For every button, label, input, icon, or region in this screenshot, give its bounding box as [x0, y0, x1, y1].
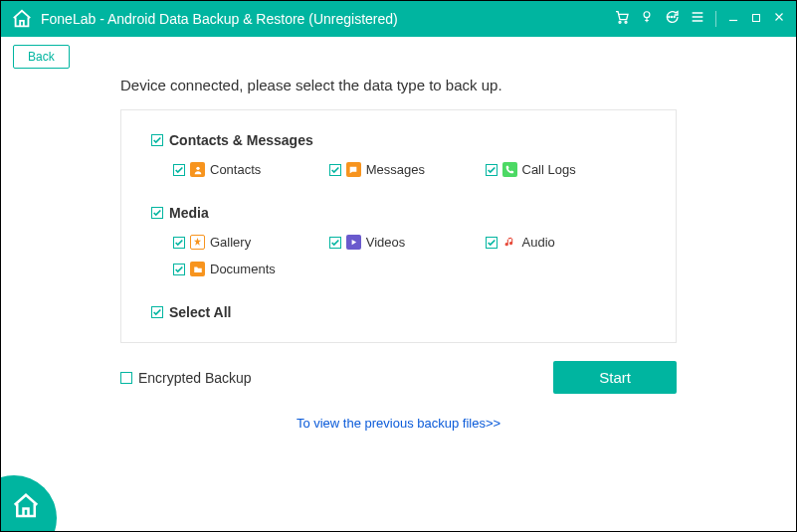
- select-all-label: Select All: [169, 304, 232, 320]
- checkbox-contacts-messages[interactable]: [151, 134, 163, 146]
- item-gallery[interactable]: Gallery: [173, 235, 329, 250]
- checkbox-videos[interactable]: [329, 237, 341, 249]
- svg-point-5: [674, 16, 675, 17]
- menu-icon[interactable]: [690, 9, 705, 29]
- svg-rect-6: [753, 15, 760, 22]
- group-label: Contacts & Messages: [169, 132, 313, 148]
- home-icon[interactable]: [11, 8, 33, 30]
- checkbox-audio[interactable]: [486, 237, 498, 249]
- item-label: Audio: [522, 235, 555, 250]
- group-media[interactable]: Media: [151, 205, 646, 221]
- checkbox-select-all[interactable]: [151, 306, 163, 318]
- item-videos[interactable]: Videos: [329, 235, 486, 250]
- checkbox-messages[interactable]: [329, 164, 341, 176]
- group-contacts-messages[interactable]: Contacts & Messages: [151, 132, 646, 148]
- checkbox-contacts[interactable]: [173, 164, 185, 176]
- cart-icon[interactable]: [614, 9, 630, 29]
- item-label: Videos: [366, 235, 406, 250]
- svg-point-4: [671, 16, 672, 17]
- previous-backups-link[interactable]: To view the previous backup files>>: [1, 416, 796, 431]
- item-label: Gallery: [210, 235, 251, 250]
- item-label: Contacts: [210, 162, 261, 177]
- svg-point-0: [619, 21, 621, 23]
- gallery-icon: [190, 235, 205, 250]
- toolbar: Back: [1, 37, 796, 77]
- minimize-icon[interactable]: [726, 10, 740, 28]
- back-button[interactable]: Back: [13, 45, 70, 69]
- svg-point-3: [669, 16, 670, 17]
- maximize-icon[interactable]: [750, 10, 762, 28]
- checkbox-documents[interactable]: [173, 264, 185, 275]
- item-contacts[interactable]: Contacts: [173, 162, 329, 177]
- data-type-card: Contacts & Messages Contacts Messages Ca…: [120, 109, 677, 343]
- close-icon[interactable]: [772, 10, 786, 28]
- group-label: Media: [169, 205, 209, 221]
- encrypted-label: Encrypted Backup: [138, 370, 252, 386]
- videos-icon: [346, 235, 361, 250]
- app-title: FoneLab - Android Data Backup & Restore …: [41, 11, 614, 27]
- checkbox-gallery[interactable]: [173, 237, 185, 249]
- home-fab[interactable]: [0, 475, 57, 532]
- messages-icon: [346, 162, 361, 177]
- svg-point-7: [196, 166, 199, 169]
- svg-point-2: [644, 12, 650, 18]
- item-label: Call Logs: [522, 162, 576, 177]
- item-documents[interactable]: Documents: [173, 262, 329, 276]
- call-logs-icon: [502, 162, 517, 177]
- key-icon[interactable]: [640, 9, 654, 29]
- titlebar: FoneLab - Android Data Backup & Restore …: [1, 1, 796, 37]
- feedback-icon[interactable]: [664, 9, 680, 29]
- checkbox-call-logs[interactable]: [486, 164, 498, 176]
- start-button[interactable]: Start: [553, 361, 677, 394]
- item-messages[interactable]: Messages: [329, 162, 486, 177]
- audio-icon: [502, 235, 517, 250]
- svg-point-1: [625, 21, 627, 23]
- checkbox-media[interactable]: [151, 207, 163, 219]
- contacts-icon: [190, 162, 205, 177]
- page-prompt: Device connected, please select the data…: [120, 77, 677, 93]
- encrypted-backup[interactable]: Encrypted Backup: [120, 370, 252, 386]
- item-label: Messages: [366, 162, 425, 177]
- item-call-logs[interactable]: Call Logs: [486, 162, 642, 177]
- checkbox-encrypted[interactable]: [120, 372, 132, 384]
- item-label: Documents: [210, 262, 276, 276]
- documents-icon: [190, 262, 205, 276]
- select-all[interactable]: Select All: [151, 304, 646, 320]
- item-audio[interactable]: Audio: [486, 235, 642, 250]
